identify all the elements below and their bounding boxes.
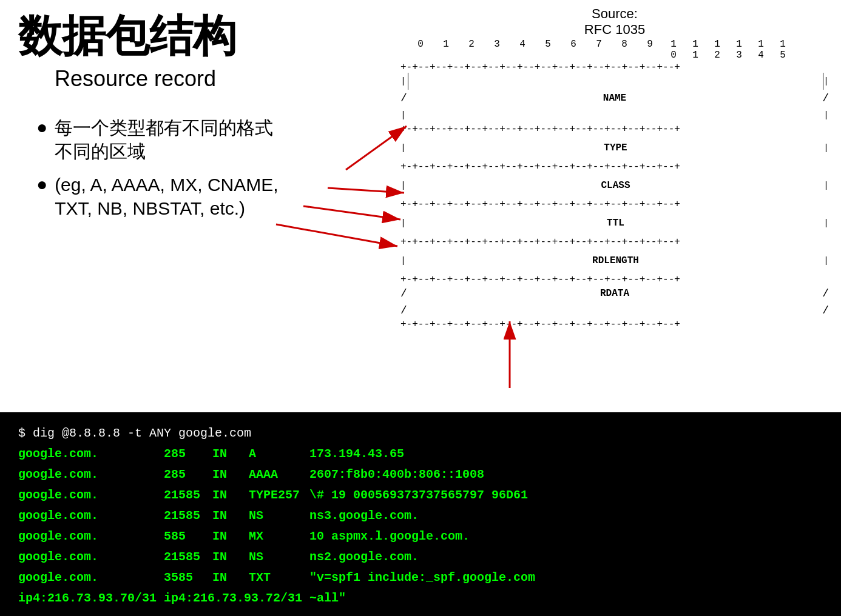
- dns-row-3: google.com. 21585 IN TYPE257 \# 19 00056…: [18, 485, 823, 506]
- dns-row-1: google.com. 285 IN A 173.194.43.65: [18, 444, 823, 464]
- right-panel: Source:RFC 1035 0 1 2 3 4 5 6 7 8 9 10 1…: [364, 0, 841, 412]
- bit-header: 0 1 2 3 4 5 6 7 8 9 10 11 12 13 14 15: [400, 39, 829, 61]
- source-label: Source:RFC 1035: [400, 6, 829, 38]
- type-bottom-border: +-+--+--+--+--+--+--+--+--+--+--+--+--+-…: [400, 161, 829, 172]
- dns-row-4: google.com. 21585 IN NS ns3.google.com.: [18, 506, 823, 526]
- bullet-dot-1: ●: [36, 117, 47, 138]
- command-prompt: $ dig @8.8.8.8 -t ANY google.com: [18, 426, 251, 440]
- dns-row-5: google.com. 585 IN MX 10 aspmx.l.google.…: [18, 526, 823, 547]
- dns-row-7: google.com. 3585 IN TXT "v=spf1 include:…: [18, 567, 823, 588]
- subtitle: Resource record: [55, 66, 346, 92]
- class-bottom-border: +-+--+--+--+--+--+--+--+--+--+--+--+--+-…: [400, 199, 829, 210]
- dns-row-2: google.com. 285 IN AAAA 2607:f8b0:400b:8…: [18, 464, 823, 485]
- bullet-text-1: 每一个类型都有不同的格式不同的区域: [55, 116, 273, 163]
- rdlength-row: | RDLENGTH |: [400, 247, 829, 274]
- rdata-slash-row1: / RDATA /: [400, 285, 829, 302]
- ttl-row: | TTL |: [400, 210, 829, 236]
- rdlength-bottom-border: +-+--+--+--+--+--+--+--+--+--+--+--+--+-…: [400, 274, 829, 285]
- bullet-list: ● 每一个类型都有不同的格式不同的区域 ● (eg, A, AAAA, MX, …: [36, 116, 346, 220]
- name-row2: | |: [400, 107, 829, 124]
- rdata-slash-row2: / /: [400, 302, 829, 319]
- rdata-bottom-border: +-+--+--+--+--+--+--+--+--+--+--+--+--+-…: [400, 319, 829, 330]
- bullet-item-2: ● (eg, A, AAAA, MX, CNAME,TXT, NB, NBSTA…: [36, 173, 346, 220]
- packet-diagram: +-+--+--+--+--+--+--+--+--+--+--+--+--+-…: [400, 62, 829, 330]
- type-row: | TYPE |: [400, 135, 829, 161]
- dns-row-6: google.com. 21585 IN NS ns2.google.com.: [18, 547, 823, 567]
- left-panel: 数据包结构 Resource record ● 每一个类型都有不同的格式不同的区…: [0, 0, 364, 412]
- name-slash-row: / NAME /: [400, 90, 829, 107]
- ttl-bottom-border: +-+--+--+--+--+--+--+--+--+--+--+--+--+-…: [400, 236, 829, 247]
- command-line: $ dig @8.8.8.8 -t ANY google.com: [18, 423, 823, 444]
- bullet-dot-2: ●: [36, 174, 47, 195]
- name-row1: | |: [400, 73, 829, 90]
- name-top-border: +-+--+--+--+--+--+--+--+--+--+--+--+--+-…: [400, 62, 829, 73]
- bullet-item-1: ● 每一个类型都有不同的格式不同的区域: [36, 116, 346, 163]
- last-line: ip4:216.73.93.70/31 ip4:216.73.93.72/31 …: [18, 588, 823, 609]
- bullet-text-2: (eg, A, AAAA, MX, CNAME,TXT, NB, NBSTAT,…: [55, 173, 278, 220]
- main-title: 数据包结构: [18, 12, 346, 60]
- name-bottom-border: +-+--+--+--+--+--+--+--+--+--+--+--+--+-…: [400, 124, 829, 135]
- terminal-section: $ dig @8.8.8.8 -t ANY google.com google.…: [0, 412, 841, 616]
- class-row: | CLASS |: [400, 172, 829, 199]
